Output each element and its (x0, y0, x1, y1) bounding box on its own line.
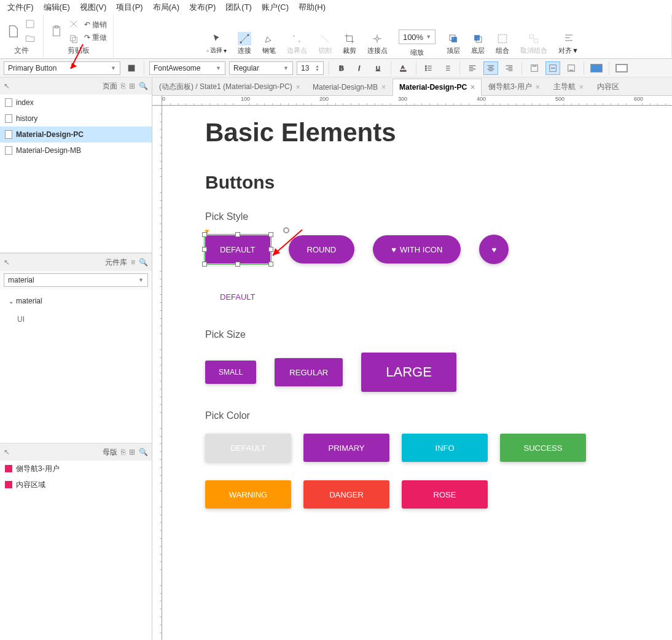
close-icon[interactable]: × (579, 83, 584, 92)
add-master-icon[interactable]: ⎘ (121, 448, 125, 456)
close-icon[interactable]: × (471, 83, 475, 92)
tab-mainnav[interactable]: 主导航× (547, 78, 590, 95)
numbering-icon[interactable] (440, 61, 455, 75)
resize-handle[interactable] (235, 232, 240, 237)
menu-team[interactable]: 团队(T) (221, 1, 257, 14)
bold-icon[interactable]: B (334, 61, 349, 75)
primary-color-button[interactable]: PRIMARY (303, 434, 389, 462)
paste-icon[interactable] (50, 25, 63, 38)
small-button[interactable]: SMALL (205, 361, 256, 384)
align-icon[interactable] (562, 32, 576, 45)
page-item[interactable]: index (0, 95, 152, 111)
success-color-button[interactable]: SUCCESS (500, 434, 586, 462)
resize-handle[interactable] (202, 247, 207, 252)
round-button[interactable]: ROUND (289, 235, 355, 263)
align-label[interactable]: 对齐▼ (558, 46, 579, 55)
connect-tool-icon[interactable] (238, 32, 251, 45)
resize-handle[interactable] (235, 262, 240, 267)
group-icon[interactable] (496, 32, 509, 45)
ghost-button[interactable]: DEFAULT (205, 283, 270, 311)
page-item[interactable]: history (0, 111, 152, 127)
rose-color-button[interactable]: ROSE (402, 480, 488, 509)
close-icon[interactable]: × (381, 83, 386, 92)
danger-color-button[interactable]: DANGER (303, 480, 389, 509)
tab-material-mb[interactable]: Material-Design-MB× (306, 78, 393, 95)
align-left-icon[interactable] (465, 61, 480, 75)
undo-button[interactable]: ↶ 撤销 (84, 19, 107, 31)
crop-tool-icon[interactable] (343, 32, 356, 45)
search-pages-icon[interactable]: 🔍 (139, 82, 148, 90)
menu-publish[interactable]: 发布(P) (184, 1, 221, 14)
border-color-icon[interactable] (614, 61, 629, 75)
connpt-tool-icon[interactable] (370, 32, 384, 45)
send-back-icon[interactable] (471, 32, 485, 45)
page-item[interactable]: Material-Design-MB (0, 142, 152, 158)
menu-file[interactable]: 文件(F) (2, 1, 39, 14)
master-item[interactable]: 内容区域 (0, 477, 152, 493)
widget-name-combo[interactable]: Primary Button▼ (4, 61, 120, 75)
font-size-combo[interactable]: 13▲▼ (297, 61, 324, 75)
save-icon[interactable] (23, 17, 37, 31)
copy-icon[interactable] (67, 32, 80, 45)
align-center-icon[interactable] (483, 61, 498, 75)
large-button[interactable]: LARGE (361, 353, 456, 392)
open-icon[interactable] (23, 32, 37, 45)
resize-handle[interactable] (202, 232, 207, 237)
resize-handle[interactable] (268, 262, 273, 267)
page-item[interactable]: Material-Design-PC (0, 127, 152, 142)
tab-material-pc[interactable]: Material-Design-PC× (393, 79, 482, 96)
menu-view[interactable]: 视图(V) (75, 1, 111, 14)
canvas-area[interactable]: 0100200300400500600 0100200300400500600 … (152, 96, 672, 640)
library-leaf[interactable] (5, 308, 147, 313)
library-branch[interactable]: ⌄material (5, 294, 147, 308)
tab-sidenav[interactable]: 侧导航3-用户× (482, 78, 547, 95)
menu-project[interactable]: 项目(P) (111, 1, 147, 14)
design-surface[interactable]: Basic Elements Buttons Pick Style DEFAUL… (162, 106, 672, 640)
library-select[interactable]: material▼ (4, 273, 148, 287)
add-folder-icon[interactable]: ⊞ (129, 82, 135, 90)
with-icon-button[interactable]: ♥WITH ICON (373, 235, 461, 263)
font-weight-combo[interactable]: Regular▼ (229, 61, 293, 75)
pen-tool-icon[interactable] (262, 32, 276, 45)
zoom-combo[interactable]: 100%▼ (399, 29, 436, 44)
menu-arrange[interactable]: 布局(A) (148, 1, 184, 14)
text-color-icon[interactable]: A (396, 61, 411, 75)
tab-content[interactable]: 内容区 (590, 78, 626, 95)
menu-edit[interactable]: 编辑(E) (39, 1, 75, 14)
valign-middle-icon[interactable] (545, 61, 560, 75)
italic-icon[interactable]: I (353, 61, 367, 75)
resize-handle[interactable] (202, 262, 207, 267)
close-icon[interactable]: × (536, 83, 540, 92)
bring-front-icon[interactable] (447, 32, 460, 45)
valign-bottom-icon[interactable] (564, 61, 579, 75)
menu-account[interactable]: 账户(C) (257, 1, 294, 14)
align-right-icon[interactable] (502, 61, 517, 75)
valign-top-icon[interactable] (527, 61, 542, 75)
warning-color-button[interactable]: WARNING (205, 480, 291, 509)
pin-icon[interactable]: ↖ (4, 82, 10, 90)
underline-icon[interactable]: U (371, 61, 386, 75)
add-page-icon[interactable]: ⎘ (121, 82, 125, 90)
regular-button[interactable]: REGULAR (275, 358, 343, 386)
close-icon[interactable]: × (296, 83, 300, 92)
tab-dynamic-panel[interactable]: (动态面板) / State1 (Material-Design-PC)× (152, 78, 306, 95)
pin-icon[interactable]: ↖ (4, 448, 10, 456)
resize-handle[interactable] (268, 247, 273, 252)
pin-icon[interactable]: ↖ (4, 258, 10, 267)
icon-only-button[interactable]: ♥ (479, 235, 509, 264)
add-master-folder-icon[interactable]: ⊞ (129, 448, 135, 456)
search-masters-icon[interactable]: 🔍 (139, 448, 148, 456)
resize-handle[interactable] (268, 232, 273, 237)
library-leaf[interactable]: UI (5, 313, 147, 326)
library-menu-icon[interactable]: ≡ (131, 258, 135, 267)
master-item[interactable]: 侧导航3-用户 (0, 461, 152, 477)
info-color-button[interactable]: INFO (402, 434, 488, 462)
fill-color-icon[interactable] (589, 61, 604, 75)
font-family-combo[interactable]: FontAwesome▼ (149, 61, 225, 75)
default-color-button[interactable]: DEFAULT (205, 434, 291, 462)
search-library-icon[interactable]: 🔍 (139, 258, 148, 267)
new-file-icon[interactable] (6, 25, 20, 38)
menu-help[interactable]: 帮助(H) (294, 1, 330, 14)
selection-outline[interactable]: ▼ (204, 234, 272, 265)
select-tool-icon[interactable] (210, 32, 224, 45)
